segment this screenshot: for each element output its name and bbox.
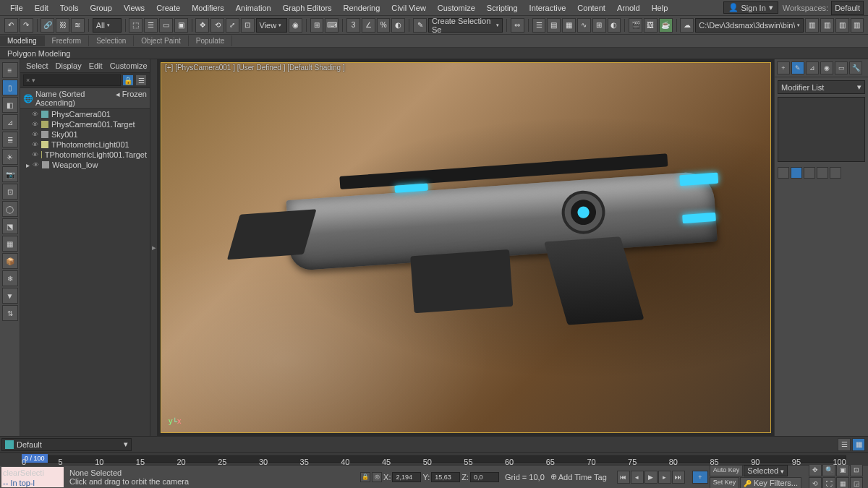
eye-icon[interactable]: 👁 — [32, 131, 38, 138]
edit-named-sel-button[interactable]: ✎ — [413, 18, 427, 33]
left-tool-frozen[interactable]: ❄ — [2, 270, 18, 286]
remove-modifier-button[interactable] — [817, 167, 828, 179]
scene-item[interactable]: 👁PhysCamera001.Target — [20, 119, 150, 129]
use-center-button[interactable]: ◉ — [289, 18, 302, 33]
select-name-button[interactable]: ☰ — [144, 18, 158, 33]
redo-button[interactable]: ↷ — [20, 18, 33, 33]
setkey-button[interactable]: Set Key — [710, 477, 740, 488]
move-button[interactable]: ✥ — [195, 18, 209, 33]
menu-animation[interactable]: Animation — [230, 1, 277, 14]
menu-views[interactable]: Views — [118, 1, 150, 14]
menu-edit[interactable]: Edit — [29, 1, 54, 14]
keymode-dropdown[interactable]: Selected ▾ — [744, 465, 787, 476]
render-frame-button[interactable]: 🖼 — [644, 18, 658, 33]
autokey-button[interactable]: Auto Key — [710, 465, 744, 476]
rotate-button[interactable]: ⟲ — [210, 18, 224, 33]
keyboard-shortcut-button[interactable]: ⌨ — [325, 18, 339, 33]
menu-create[interactable]: Create — [150, 1, 186, 14]
explorer-menu-display[interactable]: Display — [56, 61, 82, 70]
left-tool-camera[interactable]: 📷 — [2, 166, 18, 182]
explorer-lock-button[interactable]: 🔒 — [122, 74, 134, 86]
goto-start-button[interactable]: ⏮ — [617, 471, 630, 484]
eye-icon[interactable]: 👁 — [33, 161, 39, 168]
ribbon-tab-modeling[interactable]: Modeling — [0, 35, 45, 46]
mirror-button[interactable]: ⇔ — [511, 18, 524, 33]
timeline[interactable]: 0 / 100 05101520253035404550556065707580… — [0, 452, 868, 465]
ref-coord-dropdown[interactable]: View▾ — [256, 18, 288, 33]
scene-item[interactable]: ▸ 👁Weapon_low — [20, 160, 150, 170]
orbit-button[interactable]: ⟲ — [809, 477, 822, 488]
eye-icon[interactable]: 👁 — [32, 111, 38, 118]
display-tab[interactable]: ▭ — [835, 61, 848, 74]
scene-explorer-toggle[interactable]: ≡ — [2, 62, 18, 78]
sign-in-button[interactable]: 👤 Sign In ▾ — [723, 1, 778, 14]
menu-rendering[interactable]: Rendering — [338, 1, 386, 14]
z-input[interactable]: 0,0 — [470, 472, 499, 482]
left-tool-display[interactable]: ◧ — [2, 97, 18, 113]
snap-toggle-button[interactable]: 3 — [346, 18, 360, 33]
play-button[interactable]: ▶ — [644, 471, 658, 484]
goto-end-button[interactable]: ⏭ — [672, 471, 685, 484]
maximize-button[interactable]: ⛶ — [822, 477, 835, 488]
undo-button[interactable]: ↶ — [4, 18, 18, 33]
hierarchy-tab[interactable]: ⊿ — [806, 61, 819, 74]
scene-item[interactable]: 👁TPhotometricLight001 — [20, 140, 150, 150]
zoom-ext-button[interactable]: ▦ — [836, 477, 849, 488]
modifier-list-dropdown[interactable]: Modifier List▾ — [778, 80, 865, 94]
align-button[interactable]: ☰ — [532, 18, 546, 33]
menu-modifiers[interactable]: Modifiers — [186, 1, 230, 14]
ws-btn-4[interactable]: ▥ — [851, 18, 864, 33]
x-input[interactable]: 2,194 — [392, 472, 421, 482]
add-time-tag[interactable]: Add Time Tag — [558, 473, 607, 481]
menu-content[interactable]: Content — [571, 1, 611, 14]
ribbon-tab-objectpaint[interactable]: Object Paint — [134, 35, 188, 46]
selection-filter-dropdown[interactable]: All▾ — [93, 18, 122, 33]
left-tool-bone[interactable]: ⬔ — [2, 218, 18, 234]
explorer-view-button[interactable]: ☰ — [135, 74, 147, 86]
left-tool-hierarchy[interactable]: ⊿ — [2, 114, 18, 130]
modify-tab[interactable]: ✎ — [791, 61, 804, 74]
scene-item[interactable]: 👁Sky001 — [20, 129, 150, 140]
pan-button[interactable]: ✥ — [809, 463, 822, 476]
left-tool-sort[interactable]: ⇅ — [2, 305, 18, 321]
scale-button[interactable]: ⤢ — [226, 18, 239, 33]
script-listener[interactable]: clearSelecti -- In top-l — [1, 467, 64, 487]
menu-interactive[interactable]: Interactive — [524, 1, 572, 14]
keyfilters-button[interactable]: 🔑 Key Filters... — [740, 477, 801, 488]
eye-icon[interactable]: 👁 — [32, 151, 38, 158]
modifier-stack[interactable] — [778, 97, 865, 162]
spinner-snap-button[interactable]: ◐ — [391, 18, 405, 33]
angle-snap-button[interactable]: ∠ — [362, 18, 375, 33]
create-tab[interactable]: + — [777, 61, 790, 74]
menu-scripting[interactable]: Scripting — [481, 1, 524, 14]
isolate-button[interactable]: ◎ — [372, 472, 382, 482]
workspace-dropdown[interactable]: Default — [831, 1, 864, 15]
ribbon-tab-freeform[interactable]: Freeform — [45, 35, 90, 46]
scene-item[interactable]: 👁PhysCamera001 — [20, 109, 150, 119]
set-key-big-button[interactable]: + — [692, 471, 708, 484]
min-max-button[interactable]: ◲ — [850, 477, 863, 488]
menu-customize[interactable]: Customize — [432, 1, 481, 14]
select-object-button[interactable]: ⬚ — [129, 18, 142, 33]
render-button[interactable]: ☕ — [659, 18, 673, 33]
prev-frame-button[interactable]: ◂ — [631, 471, 644, 484]
viewport-label[interactable]: [+] [PhysCamera001 ] [User Defined ] [De… — [165, 64, 345, 72]
menu-arnold[interactable]: Arnold — [611, 1, 646, 14]
layer-btn-1[interactable]: ☰ — [838, 438, 851, 451]
ws-btn-1[interactable]: ▥ — [805, 18, 819, 33]
make-unique-button[interactable] — [804, 167, 815, 179]
eye-icon[interactable]: 👁 — [32, 141, 38, 148]
left-tool-container[interactable]: 📦 — [2, 253, 18, 269]
time-tag-icon[interactable]: ⊕ — [550, 472, 557, 481]
left-tool-select[interactable]: ▯ — [2, 80, 18, 95]
menu-help[interactable]: Help — [646, 1, 674, 14]
toggle-ribbon-button[interactable]: ▦ — [562, 18, 576, 33]
eye-icon[interactable]: 👁 — [32, 121, 38, 128]
explorer-menu-select[interactable]: Select — [26, 61, 48, 70]
named-selection-dropdown[interactable]: Create Selection Se▾ — [428, 18, 503, 33]
viewport[interactable]: y└x — [161, 62, 771, 433]
open-a360-button[interactable]: ☁ — [680, 18, 694, 33]
link-button[interactable]: 🔗 — [41, 18, 54, 33]
layer-dropdown[interactable]: Default ▾ — [1, 438, 132, 451]
bind-button[interactable]: ≋ — [71, 18, 85, 33]
